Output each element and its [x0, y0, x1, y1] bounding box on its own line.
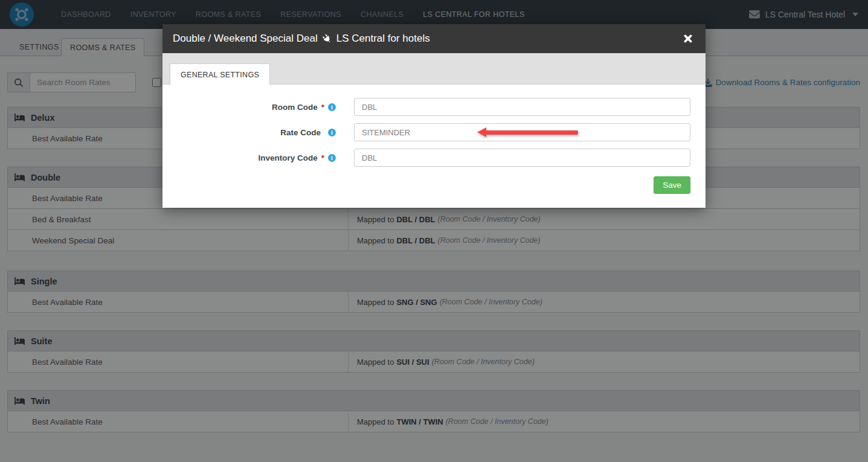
- field-row-rate-code: Rate Code i: [178, 123, 690, 141]
- info-icon[interactable]: i: [328, 154, 336, 162]
- field-row-room-code: Room Code * i: [178, 98, 690, 116]
- field-row-inventory-code: Inventory Code * i: [178, 149, 690, 167]
- dialog-title-text: Double / Weekend Special Deal: [173, 33, 318, 45]
- close-button[interactable]: [681, 31, 695, 46]
- dialog-actions: Save: [178, 176, 690, 194]
- dialog-body: Room Code * i Rate Code i Inventory Code…: [162, 85, 706, 208]
- rate-mapping-dialog: Double / Weekend Special Deal LS Central…: [162, 24, 706, 208]
- field-label-wrap: Room Code * i: [178, 103, 354, 112]
- dialog-app-name: LS Central for hotels: [336, 33, 430, 45]
- required-asterisk: *: [321, 153, 324, 162]
- dialog-title: Double / Weekend Special Deal LS Central…: [173, 33, 430, 45]
- field-label-wrap: Inventory Code * i: [178, 153, 354, 162]
- info-icon[interactable]: i: [328, 103, 336, 111]
- rate-code-label: Rate Code: [280, 128, 321, 137]
- required-asterisk: *: [321, 103, 324, 112]
- plug-icon: [321, 32, 333, 45]
- dialog-tabstrip: GENERAL SETTINGS: [162, 53, 706, 85]
- room-code-label: Room Code: [272, 103, 318, 112]
- info-icon[interactable]: i: [328, 129, 336, 136]
- room-code-input[interactable]: [354, 98, 690, 116]
- save-button[interactable]: Save: [654, 176, 690, 194]
- tab-general-settings[interactable]: GENERAL SETTINGS: [170, 63, 270, 85]
- field-label-wrap: Rate Code i: [178, 128, 354, 137]
- inventory-code-input[interactable]: [354, 149, 690, 167]
- dialog-header: Double / Weekend Special Deal LS Central…: [162, 24, 706, 53]
- inventory-code-label: Inventory Code: [258, 153, 317, 162]
- rate-code-input[interactable]: [354, 123, 690, 141]
- close-icon: [683, 34, 693, 43]
